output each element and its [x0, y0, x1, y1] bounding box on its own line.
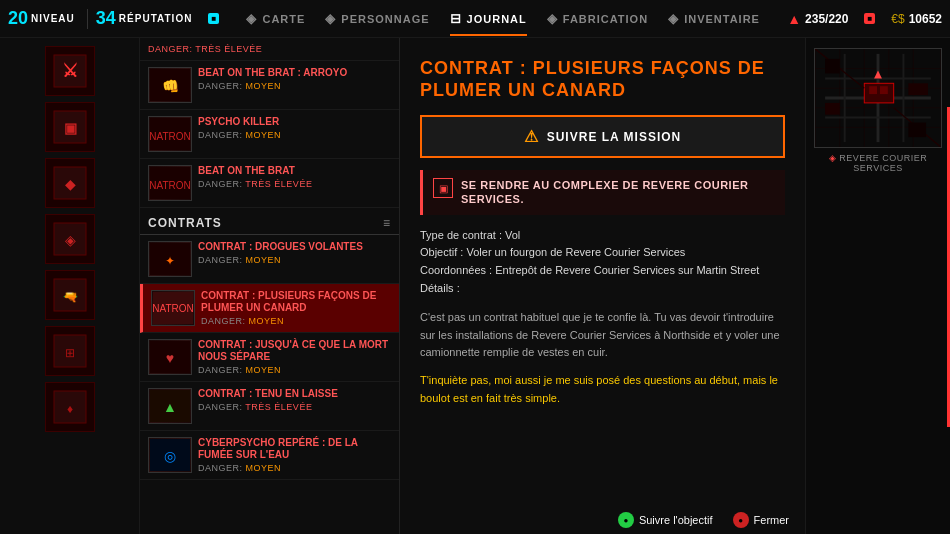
quest-panel: DANGER: TRÈS ÉLEVÉE 👊 BEAT ON THE BRAT :…	[140, 38, 400, 534]
player-stats-left: 20 NIVEAU 34 RÉPUTATION ■	[8, 8, 219, 29]
quest-desc-p2: T'inquiète pas, moi aussi je me suis pos…	[420, 372, 785, 407]
hp-icon: ▲	[787, 11, 801, 27]
nav-journal[interactable]: ⊟ JOURNAL	[450, 11, 527, 26]
top-navigation: ◈ CARTE ◈ PERSONNAGE ⊟ JOURNAL ◈ FABRICA…	[219, 11, 787, 26]
quest-item-danger-header[interactable]: DANGER: TRÈS ÉLEVÉE	[140, 38, 399, 61]
quest-item-brat-arroyo[interactable]: 👊 BEAT ON THE BRAT : ARROYO DANGER: MOYE…	[140, 61, 399, 110]
contrat-item-plumer-active[interactable]: NATRON CONTRAT : PLUSIEURS FAÇONS DE PLU…	[140, 284, 399, 333]
quest-thumb-img-laisse: ▲	[149, 389, 191, 423]
quest-info-laisse: CONTRAT : TENU EN LAISSE DANGER: TRÈS ÉL…	[198, 388, 391, 412]
contrat-item-mort[interactable]: ♥ CONTRAT : JUSQU'À CE QUE LA MORT NOUS …	[140, 333, 399, 382]
sidebar-icon-4-img: ◈	[52, 221, 88, 257]
hp-value: 235/220	[805, 12, 848, 26]
nav-inventaire[interactable]: ◈ INVENTAIRE	[668, 11, 760, 26]
detail-panel: CONTRAT : PLUSIEURS FAÇONS DE PLUMER UN …	[400, 38, 805, 534]
quest-item-brat[interactable]: NATRON BEAT ON THE BRAT DANGER: TRÈS ÉLE…	[140, 159, 399, 208]
sidebar-icon-2[interactable]: ▣	[45, 102, 95, 152]
quest-thumb-img-brat-arroyo: 👊	[149, 68, 191, 102]
quest-meta: Type de contrat : Vol Objectif : Voler u…	[420, 227, 785, 297]
quest-img-svg: 👊	[150, 69, 190, 101]
quest-psycho-svg: NATRON	[150, 118, 190, 150]
quest-item-psycho[interactable]: NATRON PSYCHO KILLER DANGER: MOYEN	[140, 110, 399, 159]
quest-title-brat-arroyo: BEAT ON THE BRAT : ARROYO	[198, 67, 391, 79]
quest-title-plumer: CONTRAT : PLUSIEURS FAÇONS DE PLUMER UN …	[201, 290, 391, 314]
quest-danger-brat: DANGER: TRÈS ÉLEVÉE	[198, 179, 391, 189]
quest-info-brat-arroyo: BEAT ON THE BRAT : ARROYO DANGER: MOYEN	[198, 67, 391, 91]
danger-label: DANGER:	[198, 81, 243, 91]
svg-rect-47	[880, 86, 888, 94]
meta-type-label: Type de contrat :	[420, 229, 502, 241]
quest-info-drogues: CONTRAT : DROGUES VOLANTES DANGER: MOYEN	[198, 241, 391, 265]
quest-danger-plumer: DANGER: MOYEN	[201, 316, 391, 326]
quest-thumb-brat-arroyo: 👊	[148, 67, 192, 103]
svg-text:◈: ◈	[64, 232, 75, 248]
nav-carte[interactable]: ◈ CARTE	[246, 11, 305, 26]
filter-icon[interactable]: ≡	[383, 216, 391, 230]
quest-info-brat: BEAT ON THE BRAT DANGER: TRÈS ÉLEVÉE	[198, 165, 391, 189]
carte-icon: ◈	[246, 11, 257, 26]
rep-label: RÉPUTATION	[119, 13, 193, 24]
quest-thumb-img-mort: ♥	[149, 340, 191, 374]
quest-thumb-img-cyberpsycho: ◎	[149, 438, 191, 472]
quest-thumb-img-drogues: ✦	[149, 242, 191, 276]
track-objective-button[interactable]: ● Suivre l'objectif	[618, 512, 713, 528]
sidebar-icon-3[interactable]: ◆	[45, 158, 95, 208]
svg-text:◎: ◎	[164, 448, 176, 464]
nav-personnage-label: PERSONNAGE	[341, 13, 429, 25]
objective-icon: ▣	[433, 178, 453, 198]
danger-val-brat-arroyo: MOYEN	[246, 81, 282, 91]
player-stats-right: ▲ 235/220 ■ €$ 10652	[787, 11, 942, 27]
quest-cyberpsycho-svg: ◎	[150, 439, 190, 471]
sidebar-icon-1[interactable]: ⚔	[45, 46, 95, 96]
sidebar-icon-2-img: ▣	[52, 109, 88, 145]
nav-fabrication[interactable]: ◈ FABRICATION	[547, 11, 648, 26]
quest-list-scroll[interactable]: DANGER: TRÈS ÉLEVÉE 👊 BEAT ON THE BRAT :…	[140, 38, 399, 534]
quest-info-cyberpsycho: CYBERPSYCHO REPÉRÉ : DE LA FUMÉE SUR L'E…	[198, 437, 391, 473]
level-number: 20	[8, 8, 28, 29]
contrat-item-laisse[interactable]: ▲ CONTRAT : TENU EN LAISSE DANGER: TRÈS …	[140, 382, 399, 431]
personnage-icon: ◈	[325, 11, 336, 26]
quest-main-title: CONTRAT : PLUSIEURS FAÇONS DE PLUMER UN …	[420, 58, 785, 101]
quest-title-psycho: PSYCHO KILLER	[198, 116, 391, 128]
level-label: NIVEAU	[31, 13, 75, 24]
meta-obj-label: Objectif :	[420, 246, 463, 258]
sidebar-icon-6[interactable]: ⊞	[45, 326, 95, 376]
svg-rect-51	[825, 103, 840, 115]
sidebar-icon-7[interactable]: ♦	[45, 382, 95, 432]
hp-badge: ■	[864, 13, 875, 24]
svg-rect-54	[908, 123, 926, 138]
svg-text:👊: 👊	[162, 78, 180, 95]
danger-val-brat: TRÈS ÉLEVÉE	[245, 179, 312, 189]
quest-thumb-drogues: ✦	[148, 241, 192, 277]
track-mission-button[interactable]: ⚠ SUIVRE LA MISSION	[420, 115, 785, 158]
svg-rect-52	[908, 83, 928, 95]
svg-text:✦: ✦	[165, 254, 175, 268]
quest-title-cyberpsycho: CYBERPSYCHO REPÉRÉ : DE LA FUMÉE SUR L'E…	[198, 437, 391, 461]
sidebar-icon-1-img: ⚔	[52, 53, 88, 89]
quest-title-drogues: CONTRAT : DROGUES VOLANTES	[198, 241, 391, 253]
level-block: 20 NIVEAU	[8, 8, 75, 29]
svg-text:▲: ▲	[163, 399, 177, 415]
svg-text:◆: ◆	[64, 176, 75, 192]
track-btn-icon: ●	[618, 512, 634, 528]
nav-personnage[interactable]: ◈ PERSONNAGE	[325, 11, 429, 26]
svg-text:🔫: 🔫	[62, 289, 77, 304]
close-button[interactable]: ● Fermer	[733, 512, 789, 528]
quest-title-laisse: CONTRAT : TENU EN LAISSE	[198, 388, 391, 400]
nav-journal-label: JOURNAL	[467, 13, 527, 25]
contrat-item-cyberpsycho[interactable]: ◎ CYBERPSYCHO REPÉRÉ : DE LA FUMÉE SUR L…	[140, 431, 399, 480]
quest-thumb-img-brat: NATRON	[149, 166, 191, 200]
quest-thumb-plumer: NATRON	[151, 290, 195, 326]
meta-type-val: Vol	[505, 229, 520, 241]
bottom-action-bar: ● Suivre l'objectif ● Fermer	[400, 506, 805, 534]
svg-text:NATRON: NATRON	[150, 131, 190, 142]
money-value: 10652	[909, 12, 942, 26]
sidebar-icon-4[interactable]: ◈	[45, 214, 95, 264]
rep-block: 34 RÉPUTATION	[96, 8, 193, 29]
sidebar-icon-5[interactable]: 🔫	[45, 270, 95, 320]
contrat-item-drogues[interactable]: ✦ CONTRAT : DROGUES VOLANTES DANGER: MOY…	[140, 235, 399, 284]
money-icon: €$	[891, 12, 904, 26]
hp-stat: ▲ 235/220	[787, 11, 848, 27]
close-btn-icon: ●	[733, 512, 749, 528]
quest-drogues-svg: ✦	[150, 243, 190, 275]
